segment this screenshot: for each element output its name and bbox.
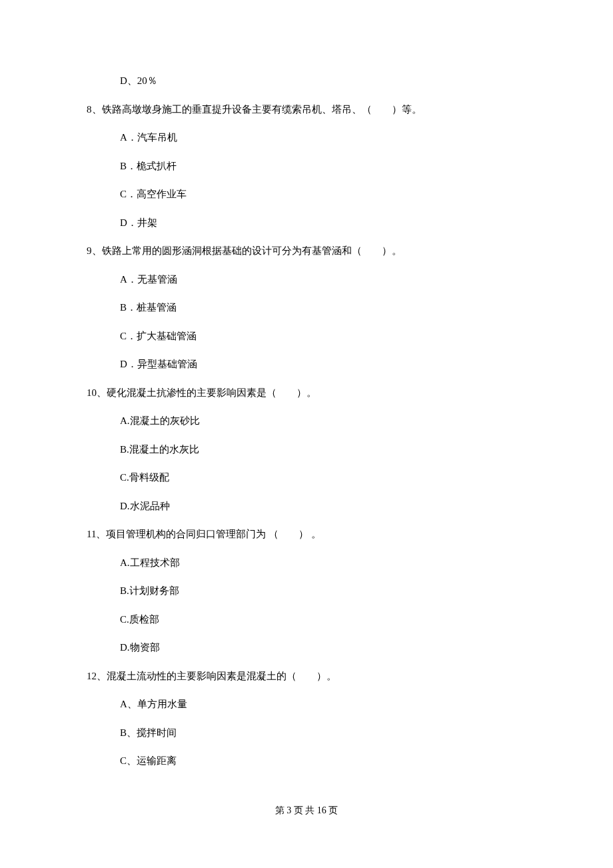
q8-option-d: D．井架: [87, 215, 526, 231]
page-footer: 第 3 页 共 16 页: [0, 803, 613, 817]
question-9: 9、铁路上常用的圆形涵洞根据基础的设计可分为有基管涵和（ ）。: [87, 243, 526, 259]
q-num: 12、: [87, 671, 107, 681]
q9-option-c: C．扩大基础管涵: [87, 329, 526, 344]
q8-option-c: C．高空作业车: [87, 187, 526, 202]
q-num: 11、: [87, 529, 106, 539]
q9-option-a: A．无基管涵: [87, 272, 526, 287]
page-content: D、20％ 8、铁路高墩墩身施工的垂直提升设备主要有缆索吊机、塔吊、（ ）等。 …: [0, 0, 613, 769]
q8-option-a: A．汽车吊机: [87, 130, 526, 145]
q8-option-b: B．桅式扒杆: [87, 159, 526, 174]
q10-option-d: D.水泥品种: [87, 499, 526, 514]
q11-option-d: D.物资部: [87, 640, 526, 655]
q-text: 硬化混凝土抗渗性的主要影响因素是（ ）。: [107, 387, 316, 398]
question-12: 12、混凝土流动性的主要影响因素是混凝土的（ ）。: [87, 669, 526, 684]
q-text: 铁路高墩墩身施工的垂直提升设备主要有缆索吊机、塔吊、（ ）等。: [102, 104, 422, 115]
q-num: 9、: [87, 245, 102, 256]
q-text: 项目管理机构的合同归口管理部门为 （ ） 。: [106, 529, 321, 539]
q10-option-c: C.骨料级配: [87, 470, 526, 485]
q12-option-a: A、单方用水量: [87, 697, 526, 712]
q-text: 混凝土流动性的主要影响因素是混凝土的（ ）。: [107, 671, 336, 681]
q12-option-c: C、运输距离: [87, 753, 526, 769]
q10-option-b: B.混凝土的水灰比: [87, 442, 526, 457]
question-8: 8、铁路高墩墩身施工的垂直提升设备主要有缆索吊机、塔吊、（ ）等。: [87, 102, 526, 117]
q-num: 8、: [87, 104, 102, 115]
q11-option-a: A.工程技术部: [87, 555, 526, 571]
q-text: 铁路上常用的圆形涵洞根据基础的设计可分为有基管涵和（ ）。: [102, 245, 402, 256]
q9-option-b: B．桩基管涵: [87, 300, 526, 315]
prev-option-d: D、20％: [87, 73, 526, 89]
question-10: 10、硬化混凝土抗渗性的主要影响因素是（ ）。: [87, 385, 526, 401]
q11-option-c: C.质检部: [87, 612, 526, 627]
q9-option-d: D．异型基础管涵: [87, 357, 526, 372]
q-num: 10、: [87, 387, 107, 398]
q11-option-b: B.计划财务部: [87, 583, 526, 599]
question-11: 11、项目管理机构的合同归口管理部门为 （ ） 。: [87, 527, 526, 542]
q10-option-a: A.混凝土的灰砂比: [87, 413, 526, 429]
q12-option-b: B、搅拌时间: [87, 725, 526, 741]
